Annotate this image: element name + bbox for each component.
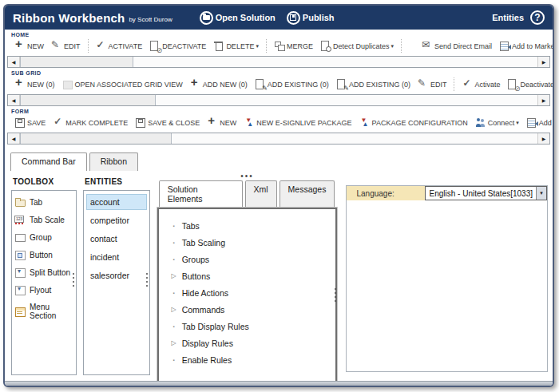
entity-item-contact[interactable]: contact [86, 231, 147, 247]
subgrid-deactivate-button[interactable]: Deactivate [507, 79, 553, 89]
scrollbar-thumb[interactable] [20, 57, 133, 67]
workspace: TOOLBOX Tab Tab Scale Group Button Split… [5, 171, 553, 387]
flyout-icon [14, 285, 26, 295]
mark-complete-button[interactable]: MARK COMPLETE [53, 117, 128, 128]
scroll-right-arrow-icon[interactable]: ▶ [537, 57, 549, 67]
form-toolbar-scrollbar[interactable]: ◀ ▶ [7, 133, 550, 145]
toolbox-item-menu-section[interactable]: Menu Section [14, 303, 73, 320]
expand-arrow-icon[interactable]: ▷ [169, 339, 179, 346]
subgrid-activate-button[interactable]: Activate [462, 79, 500, 89]
button-icon [14, 250, 26, 259]
add-new-button[interactable]: ADD NEW (0) [190, 79, 248, 89]
help-icon[interactable]: ? [530, 10, 545, 25]
scroll-left-arrow-icon[interactable]: ◀ [8, 95, 20, 105]
tab-messages[interactable]: Messages [280, 180, 335, 208]
solution-elements-column: ••• Solution Elements Xml Messages ▪Tabs… [157, 174, 338, 387]
tab-ribbon[interactable]: Ribbon [89, 152, 138, 171]
connect-button[interactable]: Connect▾ [475, 117, 519, 128]
panel-tabs: Solution Elements Xml Messages [157, 180, 338, 208]
tree-item-enable-rules[interactable]: ▪Enable Rules [159, 351, 336, 368]
edit-button[interactable]: EDIT [51, 41, 81, 51]
tree-item-groups[interactable]: ▪Groups [159, 251, 336, 267]
subgrid-toolbar-scrollbar[interactable]: ◀ ▶ [7, 94, 550, 106]
tree-item-display-rules[interactable]: ▷Display Rules [159, 335, 336, 351]
open-folder-icon [200, 11, 213, 25]
deactivate-button[interactable]: DEACTIVATE [149, 41, 206, 51]
delete-button[interactable]: DELETE▾ [213, 41, 259, 51]
save-and-close-button[interactable]: SAVE & CLOSE [135, 117, 200, 128]
toolbox-item-tab-scale[interactable]: Tab Scale [14, 215, 73, 224]
toolbox-item-button[interactable]: Button [14, 250, 73, 259]
toolbox-panel: Tab Tab Scale Group Button Split Button … [11, 190, 77, 375]
expand-arrow-icon[interactable]: ▷ [169, 272, 179, 279]
marketing-list-icon [499, 41, 510, 51]
horizontal-splitter-grip[interactable]: ••• [157, 174, 338, 180]
bullet-icon: ▪ [169, 224, 179, 228]
tab-command-bar[interactable]: Command Bar [10, 152, 87, 171]
tree-item-hide-actions[interactable]: ▪Hide Actions [159, 284, 336, 301]
toolbox-item-flyout[interactable]: Flyout [14, 285, 73, 295]
toolbox-item-tab[interactable]: Tab [14, 197, 73, 207]
bullet-icon: ▪ [169, 324, 179, 329]
entity-item-salesorder[interactable]: salesorder [86, 267, 147, 283]
scroll-left-arrow-icon[interactable]: ◀ [8, 133, 20, 144]
dropdown-arrow-icon[interactable]: ▼ [536, 187, 546, 200]
splitter-grip[interactable] [73, 277, 74, 279]
home-toolbar: NEW EDIT ACTIVATE DEACTIVATE DELETE▾ MER… [5, 38, 553, 55]
package-configuration-button[interactable]: PACKAGE CONFIGURATION [359, 117, 468, 128]
entity-item-incident[interactable]: incident [86, 249, 147, 265]
scrollbar-thumb[interactable] [20, 95, 156, 105]
separator [88, 39, 89, 53]
separator [401, 39, 402, 53]
form-add-to-marketing-list-button[interactable]: Add to Marketing List [526, 117, 553, 128]
send-direct-email-button[interactable]: Send Direct Email [422, 41, 492, 51]
entity-item-account[interactable]: account [86, 194, 147, 210]
plus-icon [190, 79, 201, 89]
publish-button[interactable]: Publish [287, 11, 335, 25]
envelope-icon [422, 41, 433, 51]
properties-column: Language: English - United States[1033] … [346, 185, 548, 372]
entities-panel: account competitor contact incident sale… [83, 190, 150, 375]
merge-button[interactable]: MERGE [274, 41, 313, 51]
toolbox-item-group[interactable]: Group [14, 232, 73, 242]
detect-duplicates-button[interactable]: Detect Duplicates▾ [320, 41, 394, 51]
subgrid-new-button[interactable]: NEW (0) [14, 79, 55, 89]
trash-icon [213, 41, 224, 51]
tab-scale-icon [14, 215, 26, 224]
scrollbar-thumb[interactable] [20, 133, 172, 144]
language-dropdown[interactable]: English - United States[1033] ▼ [425, 186, 547, 200]
pencil-icon [418, 79, 429, 89]
scroll-right-arrow-icon[interactable]: ▶ [537, 133, 549, 144]
marketing-list-icon [526, 117, 537, 128]
open-associated-grid-view-button[interactable]: OPEN ASSOCIATED GRID VIEW [62, 79, 183, 89]
entities-menu-button[interactable]: Entities [492, 13, 524, 22]
tree-item-tab-display-rules[interactable]: ▪Tab Display Rules [159, 318, 336, 335]
activate-button[interactable]: ACTIVATE [96, 41, 143, 51]
merge-icon [274, 41, 285, 51]
add-existing-button-2[interactable]: ADD EXISTING (0) [336, 79, 410, 89]
subgrid-edit-button[interactable]: EDIT [418, 79, 447, 89]
save-button[interactable]: SAVE [14, 117, 46, 128]
toolbox-item-split-button[interactable]: Split Button [14, 267, 73, 277]
scroll-right-arrow-icon[interactable]: ▶ [537, 95, 549, 105]
detect-duplicates-icon [320, 41, 331, 51]
splitter-grip[interactable] [146, 277, 148, 279]
entity-item-competitor[interactable]: competitor [86, 212, 147, 228]
add-existing-button[interactable]: ADD EXISTING (0) [255, 79, 329, 89]
scroll-left-arrow-icon[interactable]: ◀ [8, 57, 20, 67]
new-esignlive-package-button[interactable]: NEW E-SIGNLIVE PACKAGE [244, 117, 351, 128]
toolbox-column: TOOLBOX Tab Tab Scale Group Button Split… [11, 174, 77, 375]
tree-item-commands[interactable]: ▷Commands [159, 301, 336, 318]
new-button[interactable]: NEW [14, 41, 44, 51]
esignlive-icon [359, 117, 371, 128]
tree-item-tab-scaling[interactable]: ▪Tab Scaling [159, 234, 336, 251]
expand-arrow-icon[interactable]: ▷ [169, 306, 179, 313]
open-solution-button[interactable]: Open Solution [200, 11, 276, 25]
tree-item-buttons[interactable]: ▷Buttons [159, 267, 336, 284]
tab-xml[interactable]: Xml [245, 180, 277, 208]
tab-solution-elements[interactable]: Solution Elements [159, 180, 243, 208]
add-to-marketing-list-button[interactable]: Add to Marketing List [499, 41, 553, 51]
tree-item-tabs[interactable]: ▪Tabs [159, 217, 336, 234]
form-new-button[interactable]: NEW [207, 117, 236, 128]
home-toolbar-scrollbar[interactable]: ◀ ▶ [7, 56, 550, 68]
